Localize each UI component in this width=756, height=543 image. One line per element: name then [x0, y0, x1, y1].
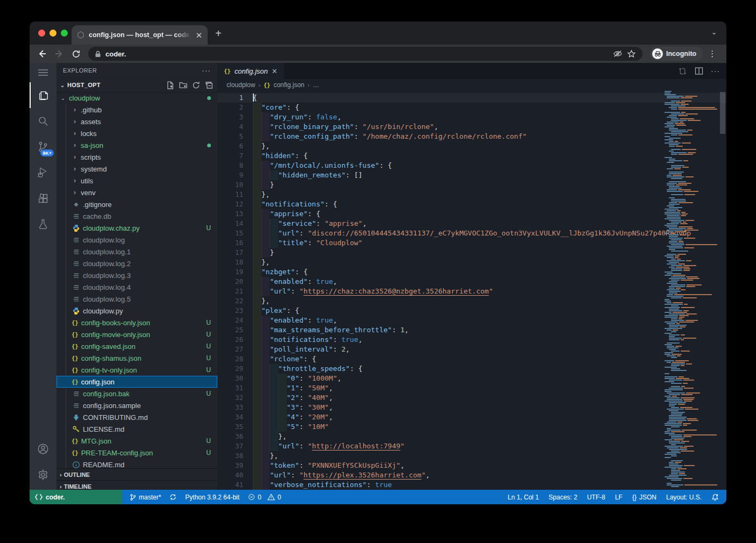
- maximize-window-button[interactable]: [61, 30, 68, 37]
- eye-off-icon[interactable]: [613, 49, 623, 58]
- minimap[interactable]: [663, 91, 717, 490]
- tree-item-sa-json[interactable]: ›sa-json: [56, 139, 217, 151]
- refresh-icon[interactable]: [192, 81, 200, 89]
- tree-item-cloudplow.log.1[interactable]: cloudplow.log.1: [56, 246, 217, 258]
- json-file-icon: {}: [72, 438, 79, 444]
- address-bar[interactable]: coder.: [88, 47, 642, 61]
- tree-item-LICENSE.md[interactable]: LICENSE.md: [56, 423, 217, 435]
- back-icon[interactable]: [37, 49, 47, 59]
- minimap-line: [663, 188, 717, 189]
- tree-item-assets[interactable]: ›assets: [56, 116, 217, 127]
- tree-item-config-books-only.json[interactable]: {}config-books-only.jsonU: [56, 317, 217, 328]
- indent-guide: [278, 374, 287, 383]
- editor-tab-config-json[interactable]: {} config.json ✕: [217, 63, 284, 79]
- tab-search-icon[interactable]: ⌄: [711, 28, 717, 36]
- collapse-all-icon[interactable]: [205, 81, 213, 89]
- menu-icon[interactable]: [30, 63, 56, 82]
- explorer-more-icon[interactable]: ···: [202, 66, 211, 75]
- run-debug-icon[interactable]: [30, 160, 56, 185]
- tree-item-.github[interactable]: ›.github: [56, 104, 217, 116]
- new-file-icon[interactable]: [166, 81, 174, 89]
- testing-icon[interactable]: [30, 211, 56, 237]
- problems-indicator[interactable]: 0 0: [248, 494, 281, 501]
- tree-item-.gitignore[interactable]: .gitignore: [56, 198, 217, 210]
- account-icon[interactable]: [30, 436, 56, 462]
- line-number: 36: [217, 432, 243, 441]
- new-tab-button[interactable]: +: [215, 27, 222, 40]
- tree-item-scripts[interactable]: ›scripts: [56, 151, 217, 163]
- breadcrumb-file[interactable]: config.json: [273, 81, 304, 89]
- source-control-icon[interactable]: 9K+: [30, 134, 56, 160]
- tree-item-cache.db[interactable]: cache.db: [56, 210, 217, 222]
- tree-item-cloudplow.py[interactable]: cloudplow.py: [56, 305, 217, 317]
- cursor-position[interactable]: Ln 1, Col 1: [507, 494, 539, 501]
- line-number: 40: [217, 470, 243, 480]
- breadcrumb-symbol[interactable]: …: [313, 81, 319, 89]
- tree-item-locks[interactable]: ›locks: [56, 127, 217, 139]
- tree-item-cloudplow[interactable]: ⌄cloudplow: [56, 92, 217, 104]
- tree-item-config.json.sample[interactable]: config.json.sample: [56, 399, 217, 411]
- workspace-section-header[interactable]: ⌄ HOST_OPT: [56, 78, 217, 92]
- close-window-button[interactable]: [38, 30, 45, 37]
- extensions-icon[interactable]: [30, 185, 56, 211]
- explorer-icon[interactable]: [30, 82, 56, 108]
- reload-icon[interactable]: [72, 49, 81, 59]
- tree-item-cloudplow.log.4[interactable]: cloudplow.log.4: [56, 281, 217, 293]
- notifications-bell-icon[interactable]: [711, 494, 719, 501]
- forward-icon[interactable]: [54, 49, 64, 59]
- python-interpreter[interactable]: Python 3.9.2 64-bit: [185, 494, 239, 501]
- tree-item-config-shamus.json[interactable]: {}config-shamus.jsonU: [56, 352, 217, 364]
- minimap-line: [663, 360, 717, 361]
- bookmark-star-icon[interactable]: [627, 49, 636, 59]
- tree-item-systemd[interactable]: ›systemd: [56, 163, 217, 175]
- breadcrumbs[interactable]: cloudplow › {} config.json › …: [217, 79, 726, 91]
- tree-item-cloudplow.chaz.py[interactable]: cloudplow.chaz.pyU: [56, 222, 217, 234]
- tree-item-cloudplow.log[interactable]: cloudplow.log: [56, 234, 217, 246]
- tree-item-cloudplow.log.2[interactable]: cloudplow.log.2: [56, 258, 217, 269]
- tree-item-config.json[interactable]: {}config.json: [56, 376, 217, 388]
- split-editor-icon[interactable]: [695, 67, 703, 75]
- url-text[interactable]: coder.: [105, 50, 609, 58]
- encoding-indicator[interactable]: UTF-8: [587, 494, 605, 501]
- minimap-line: [663, 239, 717, 240]
- tree-item-config-tv-only.json[interactable]: {}config-tv-only.jsonU: [56, 364, 217, 376]
- line-number: 7: [217, 151, 243, 161]
- tree-item-README.md[interactable]: README.md: [56, 459, 217, 469]
- open-changes-icon[interactable]: [678, 67, 687, 76]
- editor-tab-close-icon[interactable]: ✕: [272, 67, 278, 75]
- indentation-indicator[interactable]: Spaces: 2: [549, 494, 577, 501]
- new-folder-icon[interactable]: [179, 81, 187, 89]
- editor-more-icon[interactable]: ···: [711, 67, 720, 75]
- scrollbar-thumb[interactable]: [720, 92, 725, 134]
- tree-item-config-saved.json[interactable]: {}config-saved.jsonU: [56, 340, 217, 352]
- language-indicator[interactable]: {} JSON: [632, 494, 656, 501]
- tree-item-utils[interactable]: ›utils: [56, 175, 217, 187]
- remote-name: coder.: [46, 494, 65, 501]
- remote-indicator[interactable]: coder.: [30, 490, 122, 504]
- browser-tab[interactable]: config.json — host_opt — code ✕: [72, 25, 208, 45]
- tree-item-venv[interactable]: ›venv: [56, 187, 217, 198]
- tree-item-PRE-TEAM-config.json[interactable]: {}PRE-TEAM-config.jsonU: [56, 447, 217, 459]
- tree-item-config.json.bak[interactable]: config.json.bakU: [56, 388, 217, 399]
- tree-item-CONTRIBUTING.md[interactable]: CONTRIBUTING.md: [56, 411, 217, 423]
- browser-menu-icon[interactable]: ⋮: [708, 49, 716, 59]
- macos-traffic-lights[interactable]: [38, 30, 68, 37]
- editor-scrollbar[interactable]: [719, 91, 726, 490]
- outline-section[interactable]: › OUTLINE: [56, 468, 217, 480]
- breadcrumb-folder[interactable]: cloudplow: [227, 81, 255, 89]
- keyboard-layout[interactable]: Layout: U.S.: [666, 494, 702, 501]
- tree-item-MTG.json[interactable]: {}MTG.jsonU: [56, 435, 217, 447]
- tree-item-config-movie-only.json[interactable]: {}config-movie-only.jsonU: [56, 328, 217, 340]
- tree-item-cloudplow.log.5[interactable]: cloudplow.log.5: [56, 293, 217, 305]
- indent-guide: [270, 412, 278, 422]
- tab-close-icon[interactable]: ✕: [195, 31, 202, 39]
- code-editor[interactable]: 1{2"core": {3"dry_run": false,4"rclone_b…: [217, 91, 726, 490]
- git-branch-indicator[interactable]: master*: [130, 494, 161, 501]
- sync-icon[interactable]: [169, 494, 176, 501]
- search-icon[interactable]: [30, 108, 56, 134]
- settings-gear-icon[interactable]: [30, 462, 56, 488]
- eol-indicator[interactable]: LF: [615, 494, 623, 501]
- minimize-window-button[interactable]: [50, 30, 56, 37]
- timeline-section[interactable]: › TIMELINE: [56, 480, 217, 490]
- tree-item-cloudplow.log.3[interactable]: cloudplow.log.3: [56, 269, 217, 281]
